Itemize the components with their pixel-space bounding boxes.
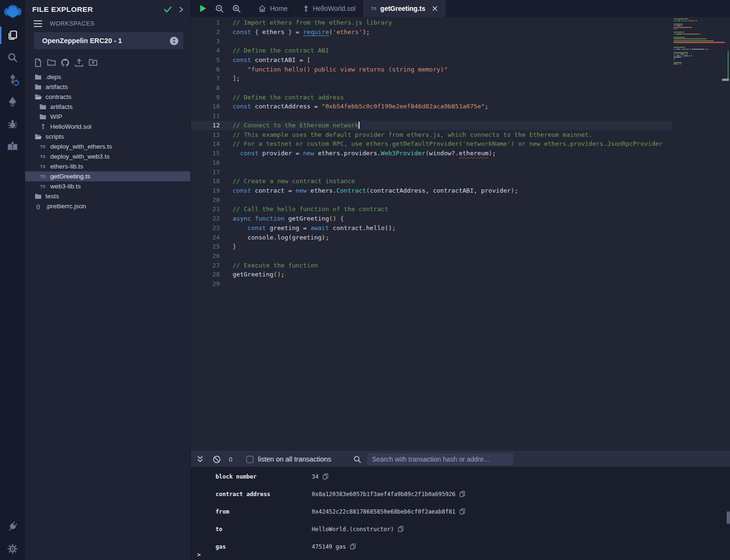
code-line-11[interactable]: 11	[191, 111, 672, 121]
code-area[interactable]: 1// Import ethers from the ethers.js lib…	[191, 17, 672, 451]
upload-file-button[interactable]	[74, 58, 84, 67]
terminal-search-input[interactable]	[367, 453, 513, 465]
code-line-21[interactable]: 21// Call the hello function of the cont…	[191, 204, 672, 214]
tab-home[interactable]: Home	[251, 0, 296, 17]
zoom-in-button[interactable]	[232, 4, 241, 13]
file-label: artifacts	[50, 103, 72, 110]
code-line-18[interactable]: 18// Create a new contract instance	[191, 177, 672, 186]
clone-repo-button[interactable]	[61, 58, 70, 67]
new-file-button[interactable]	[34, 58, 42, 67]
terminal-output[interactable]: block number34contract address0x8a120383…	[191, 467, 730, 560]
tree-item--deps[interactable]: .deps	[25, 72, 190, 82]
code-line-29[interactable]: 29	[191, 279, 672, 289]
line-number: 3	[191, 36, 220, 46]
sidebar-item-search[interactable]	[0, 46, 25, 69]
tree-item-web3-lib-ts[interactable]: TSweb3-lib.ts	[25, 181, 190, 191]
tree-item-helloworld-sol[interactable]: HelloWorld.sol	[25, 122, 190, 132]
tree-item-tests[interactable]: tests	[25, 191, 190, 201]
terminal-prompt[interactable]: >	[197, 551, 201, 558]
code-line-27[interactable]: 27// Execute the function	[191, 261, 672, 270]
accept-check-button[interactable]	[163, 6, 172, 13]
sidebar-item-solidity-compiler[interactable]	[0, 69, 25, 91]
tree-item-deploy-with-web3-ts[interactable]: TSdeploy_with_web3.ts	[25, 151, 190, 161]
code-line-7[interactable]: 7];	[191, 74, 672, 83]
sidebar-item-file-explorer[interactable]	[0, 24, 25, 46]
minimap[interactable]	[672, 17, 726, 451]
upload-folder-button[interactable]	[89, 58, 98, 67]
tree-item-wip[interactable]: WIP	[25, 112, 190, 122]
tree-item--prettierrc-json[interactable]: {}.prettierrc.json	[25, 201, 190, 211]
copy-button[interactable]	[323, 473, 328, 480]
code-line-5[interactable]: 5const contractABI = [	[191, 55, 672, 65]
code-line-16[interactable]: 16	[191, 158, 672, 168]
line-number: 4	[191, 46, 220, 55]
tab-helloworld-sol[interactable]: HelloWorld.sol	[296, 0, 363, 17]
code-line-28[interactable]: 28getGreeting();	[191, 270, 672, 279]
folder-open-icon	[35, 94, 42, 100]
code-line-1[interactable]: 1// Import ethers from the ethers.js lib…	[191, 18, 672, 27]
code-line-2[interactable]: 2const { ethers } = require('ethers');	[191, 27, 672, 37]
tree-item-artifacts[interactable]: artifacts	[25, 102, 190, 112]
panel-collapse-button[interactable]	[179, 6, 184, 13]
terminal-scrollbar-thumb[interactable]	[727, 511, 730, 524]
code-line-10[interactable]: 10const contractAddress = "0xb54febb5c0c…	[191, 102, 672, 111]
tree-item-getgreeting-ts[interactable]: TSgetGreeting.ts	[25, 171, 190, 181]
workspaces-menu-icon[interactable]	[34, 20, 42, 27]
run-script-button[interactable]	[199, 4, 207, 13]
editor-scrollbar-thumb[interactable]	[722, 79, 729, 81]
tree-item-artifacts[interactable]: artifacts	[25, 82, 190, 92]
code-line-25[interactable]: 25}	[191, 242, 672, 251]
sidebar-item-deploy-and-run[interactable]	[0, 91, 25, 113]
ts-file-icon: TS	[40, 184, 45, 189]
code-line-23[interactable]: 23 const greeting = await contract.hello…	[191, 223, 672, 233]
line-number: 7	[191, 74, 220, 83]
copy-button[interactable]	[460, 491, 465, 497]
tx-detail-label: contract address	[216, 491, 312, 498]
code-line-15[interactable]: 15 const provider = new ethers.providers…	[191, 149, 672, 158]
panel-title: FILE EXPLORER	[32, 5, 157, 14]
new-folder-button[interactable]	[47, 58, 56, 67]
remix-logo-icon[interactable]	[0, 2, 25, 24]
code-line-26[interactable]: 26	[191, 251, 672, 261]
code-editor: 1// Import ethers from the ethers.js lib…	[191, 17, 730, 451]
workspace-stepper-icon	[170, 36, 179, 45]
copy-button[interactable]	[350, 543, 356, 550]
sidebar-item-plugin-manager[interactable]	[0, 516, 25, 538]
code-line-9[interactable]: 9// Define the contract address	[191, 93, 672, 102]
code-line-20[interactable]: 20	[191, 196, 672, 205]
check-icon	[163, 6, 172, 13]
tree-item-scripts[interactable]: scripts	[25, 132, 190, 142]
workspace-select[interactable]: OpenZeppelin ERC20 - 1	[34, 32, 183, 49]
code-line-6[interactable]: 6 "function hello() public view returns …	[191, 65, 672, 74]
file-tree: .depsartifactscontractsartifactsWIPHello…	[25, 72, 190, 211]
code-line-19[interactable]: 19const contract = new ethers.Contract(c…	[191, 186, 672, 196]
code-line-17[interactable]: 17	[191, 168, 672, 177]
code-line-24[interactable]: 24 console.log(greeting);	[191, 233, 672, 242]
code-line-22[interactable]: 22async function getGreeting() {	[191, 214, 672, 223]
listen-transactions-checkbox[interactable]	[246, 456, 253, 463]
tree-item-contracts[interactable]: contracts	[25, 92, 190, 102]
code-line-14[interactable]: 14// For a testnet or custom RPC, use et…	[191, 139, 672, 149]
overview-ruler[interactable]	[726, 17, 730, 451]
tree-item-deploy-with-ethers-ts[interactable]: TSdeploy_with_ethers.ts	[25, 142, 190, 151]
copy-button[interactable]	[398, 526, 404, 532]
upload-folder-icon	[89, 58, 98, 66]
code-line-3[interactable]: 3	[191, 36, 672, 46]
code-line-13[interactable]: 13// This example uses the default provi…	[191, 130, 672, 140]
code-line-12[interactable]: 12// Connect to the Ethereum network	[191, 121, 672, 130]
sidebar-item-settings[interactable]	[0, 538, 25, 560]
sidebar-item-debugger[interactable]	[0, 113, 25, 135]
tree-item-ethers-lib-ts[interactable]: TSethers-lib.ts	[25, 161, 190, 171]
tab-getgreeting-ts[interactable]: TS getGreeting.ts	[363, 0, 445, 17]
code-line-4[interactable]: 4// Define the contract ABI	[191, 46, 672, 55]
code-line-8[interactable]: 8	[191, 83, 672, 93]
expand-terminal-button[interactable]	[197, 455, 204, 463]
remix-logo	[3, 3, 23, 23]
sidebar-item-learneth[interactable]	[0, 135, 25, 158]
zoom-out-button[interactable]	[215, 4, 224, 13]
clear-console-button[interactable]	[213, 455, 221, 463]
copy-button[interactable]	[460, 508, 465, 515]
terminal-panel: 0 listen on all transactions block numbe…	[191, 451, 730, 560]
close-tab-button[interactable]	[432, 6, 438, 11]
tx-detail-label: gas	[216, 543, 312, 550]
